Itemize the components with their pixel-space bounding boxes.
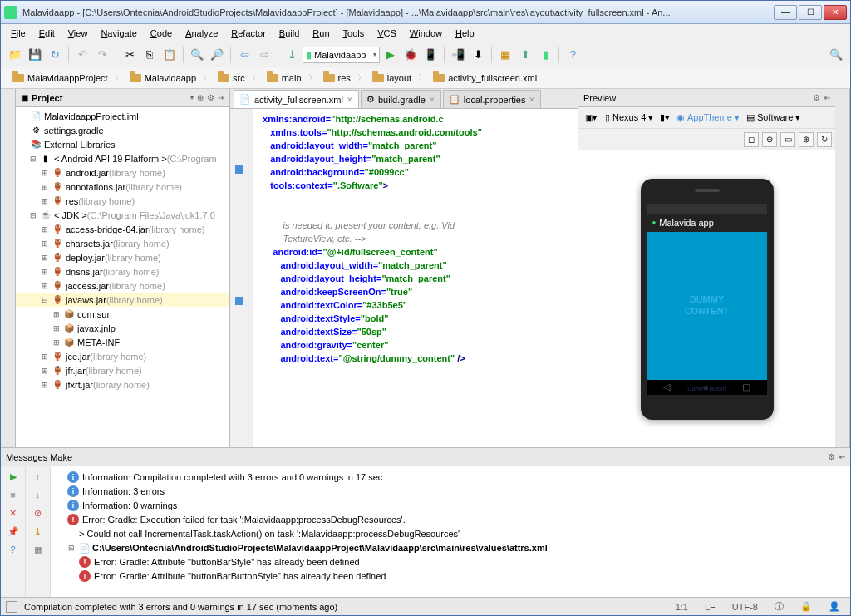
back-icon[interactable]: ⇦: [235, 46, 253, 64]
make-icon[interactable]: ⤓: [283, 46, 301, 64]
stop-icon[interactable]: ■: [7, 488, 20, 501]
hide-preview-icon[interactable]: ⇤: [824, 93, 830, 102]
run-icon[interactable]: ▶: [381, 46, 400, 64]
menu-file[interactable]: File: [4, 26, 32, 41]
tree-item[interactable]: ⊞🏺jaccess.jar (library home): [16, 278, 229, 293]
menu-vcs[interactable]: VCS: [371, 26, 403, 41]
expand-icon[interactable]: ▦: [32, 543, 45, 556]
tree-item[interactable]: ⊞🏺charsets.jar (library home): [16, 236, 229, 250]
tree-item[interactable]: ⊞🏺jce.jar (library home): [16, 349, 229, 363]
message-item[interactable]: !Error: Gradle: Attribute "buttonBarButt…: [54, 569, 847, 583]
menu-run[interactable]: Run: [306, 26, 336, 41]
breadcrumb-item[interactable]: MalavidaappProject: [6, 71, 115, 85]
undo-icon[interactable]: ↶: [73, 46, 91, 64]
copy-icon[interactable]: ⎘: [140, 46, 159, 64]
maximize-button[interactable]: ☐: [799, 5, 822, 20]
tree-item[interactable]: ⊟▮< Android API 19 Platform > (C:\Progra…: [16, 151, 229, 165]
menu-code[interactable]: Code: [144, 26, 179, 41]
tree-item[interactable]: 📄MalavidaappProject.iml: [16, 109, 229, 123]
run-icon[interactable]: ▶: [7, 470, 20, 483]
close-button[interactable]: ✕: [824, 5, 847, 20]
filter-icon[interactable]: ⊘: [32, 506, 45, 520]
run-config-combo[interactable]: ▮ Malavidaapp: [303, 47, 380, 63]
find-icon[interactable]: 🔍: [188, 46, 206, 64]
editor-gutter[interactable]: [230, 109, 253, 447]
zoom-fit-icon[interactable]: ▭: [780, 132, 795, 147]
export-icon[interactable]: ⤓: [32, 525, 45, 538]
right-sidebar-tabs[interactable]: [835, 89, 850, 447]
tree-item[interactable]: 📚External Libraries: [16, 137, 229, 151]
monitor-icon[interactable]: ▦: [496, 46, 514, 64]
config-icon[interactable]: ▣▾: [582, 109, 600, 127]
preview-canvas[interactable]: Malavida app DUMMY CONTENT Dummy Button …: [578, 150, 835, 447]
close-tab-icon[interactable]: ✕: [529, 96, 535, 104]
caret-position[interactable]: 1:1: [671, 602, 693, 612]
line-separator[interactable]: LF: [700, 602, 721, 612]
breadcrumb-item[interactable]: activity_fullscreen.xml: [426, 71, 544, 85]
tree-item[interactable]: ⊟🏺javaws.jar (library home): [16, 293, 229, 307]
close-icon[interactable]: ✕: [7, 506, 20, 520]
menu-refactor[interactable]: Refactor: [224, 26, 273, 41]
menu-view[interactable]: View: [61, 26, 95, 41]
forward-icon[interactable]: ⇨: [255, 46, 273, 64]
settings-icon[interactable]: ⚙: [207, 93, 214, 102]
tree-item[interactable]: ⊞📦META-INF: [16, 335, 229, 349]
tree-item[interactable]: ⊞🏺android.jar (library home): [16, 165, 229, 180]
tree-item[interactable]: ⊞🏺deploy.jar (library home): [16, 250, 229, 264]
avd-icon[interactable]: 📲: [449, 46, 467, 64]
tree-item[interactable]: ⊞🏺dnsns.jar (library home): [16, 264, 229, 278]
menu-window[interactable]: Window: [403, 26, 449, 41]
message-item[interactable]: ⊟📄C:\Users\Ontecnia\AndroidStudioProject…: [54, 540, 847, 554]
tree-item[interactable]: ⊞📦com.sun: [16, 307, 229, 321]
menu-build[interactable]: Build: [273, 26, 306, 41]
gear-icon[interactable]: ⚙: [813, 93, 820, 102]
editor-tab[interactable]: 📋local.properties✕: [443, 90, 542, 108]
breadcrumb-item[interactable]: main: [260, 71, 308, 85]
menu-tools[interactable]: Tools: [337, 26, 371, 41]
refresh-icon[interactable]: ↻: [817, 132, 832, 147]
messages-list[interactable]: iInformation: Compilation completed with…: [51, 466, 850, 597]
gear-icon[interactable]: ⚙: [828, 452, 835, 461]
save-icon[interactable]: 💾: [26, 46, 44, 64]
open-icon[interactable]: 📁: [6, 46, 24, 64]
tree-item[interactable]: ⊞🏺access-bridge-64.jar (library home): [16, 222, 229, 236]
close-tab-icon[interactable]: ✕: [429, 96, 435, 104]
message-item[interactable]: iInformation: Compilation completed with…: [54, 470, 847, 484]
ddms-icon[interactable]: ⬆: [516, 46, 534, 64]
search-icon[interactable]: 🔍: [827, 46, 845, 64]
cut-icon[interactable]: ✂: [121, 46, 139, 64]
zoom-in-icon[interactable]: ⊕: [799, 132, 814, 147]
editor-tab[interactable]: ⚙build.gradle✕: [361, 90, 441, 108]
message-item[interactable]: > Could not call IncrementalTask.taskAct…: [54, 526, 847, 540]
device-combo[interactable]: ▯ Nexus 4 ▾: [605, 112, 653, 123]
sdk-icon[interactable]: ⬇: [469, 46, 487, 64]
insert-mode[interactable]: ⓘ: [770, 600, 789, 613]
lock-icon[interactable]: 🔒: [795, 601, 817, 612]
left-sidebar-tabs[interactable]: [1, 89, 16, 447]
zoom-out-icon[interactable]: ⊖: [762, 132, 777, 147]
tree-item[interactable]: ⊞🏺jfr.jar (library home): [16, 363, 229, 377]
menu-navigate[interactable]: Navigate: [94, 26, 143, 41]
breadcrumb-item[interactable]: res: [317, 71, 357, 85]
render-combo[interactable]: ▤ Software ▾: [746, 112, 801, 123]
android-icon[interactable]: ▮: [536, 46, 554, 64]
hector-icon[interactable]: 👤: [824, 601, 845, 612]
sync-icon[interactable]: ↻: [46, 46, 64, 64]
menu-analyze[interactable]: Analyze: [179, 26, 224, 41]
minimize-button[interactable]: —: [774, 5, 797, 20]
hide-messages-icon[interactable]: ⇤: [839, 452, 845, 461]
attach-icon[interactable]: 📱: [421, 46, 440, 64]
debug-icon[interactable]: 🐞: [401, 46, 420, 64]
breadcrumb-item[interactable]: layout: [366, 71, 418, 85]
tree-item[interactable]: ⊞🏺res (library home): [16, 194, 229, 208]
project-tree[interactable]: 📄MalavidaappProject.iml⚙settings.gradle📚…: [16, 107, 229, 447]
tree-item[interactable]: ⚙settings.gradle: [16, 123, 229, 137]
collapse-icon[interactable]: ⊕: [197, 93, 204, 102]
message-item[interactable]: iInformation: 3 errors: [54, 484, 847, 498]
orientation-icon[interactable]: ▮▾: [660, 112, 670, 123]
paste-icon[interactable]: 📋: [160, 46, 179, 64]
editor-tab[interactable]: 📄activity_fullscreen.xml✕: [234, 90, 359, 108]
close-tab-icon[interactable]: ✕: [347, 96, 353, 104]
file-encoding[interactable]: UTF-8: [727, 602, 763, 612]
next-icon[interactable]: ↓: [32, 488, 45, 501]
